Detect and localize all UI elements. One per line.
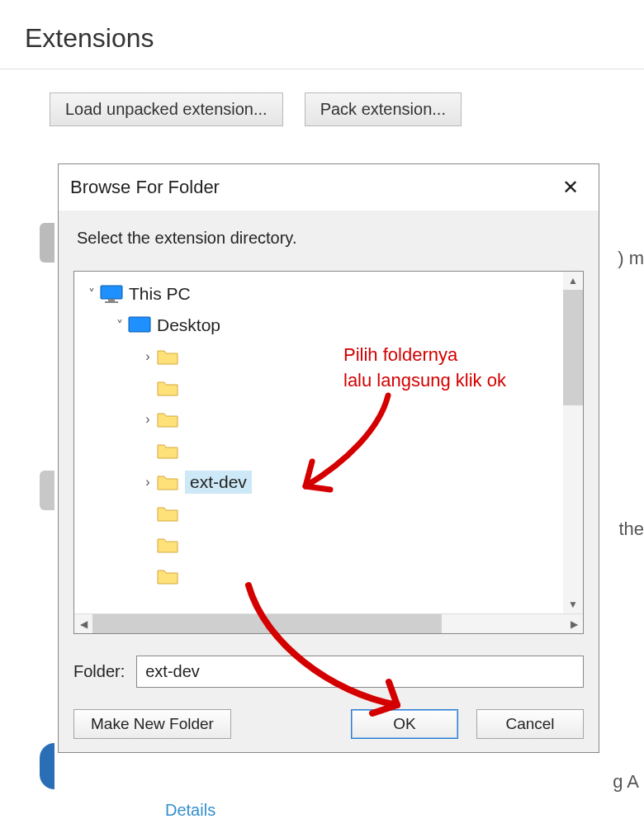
- tree-item-folder[interactable]: ›: [74, 341, 563, 372]
- chevron-down-icon[interactable]: ˅: [84, 286, 99, 302]
- svg-rect-2: [105, 301, 118, 303]
- folder-icon: [155, 346, 180, 367]
- folder-icon: [155, 503, 180, 524]
- page-title: Extensions: [0, 0, 644, 69]
- horizontal-scrollbar[interactable]: ◀ ▶: [74, 613, 583, 633]
- scroll-up-icon[interactable]: ▲: [563, 272, 583, 290]
- card-edge: [40, 471, 54, 510]
- scroll-left-icon[interactable]: ◀: [74, 614, 92, 633]
- tree-label: Desktop: [157, 315, 220, 335]
- tree-item-desktop[interactable]: ˅ Desktop: [74, 310, 563, 341]
- dialog-titlebar: Browse For Folder ✕: [59, 164, 599, 211]
- chevron-right-icon[interactable]: ›: [140, 349, 155, 364]
- folder-icon: [155, 409, 180, 430]
- folder-input[interactable]: [136, 656, 584, 688]
- dialog-title: Browse For Folder: [70, 177, 220, 198]
- tree-item-ext-dev[interactable]: › ext-dev: [74, 466, 563, 498]
- make-new-folder-button[interactable]: Make New Folder: [73, 709, 231, 739]
- tree-item-folder[interactable]: ›: [74, 404, 563, 435]
- chevron-right-icon[interactable]: ›: [140, 475, 155, 490]
- tree-item-this-pc[interactable]: ˅ This PC: [74, 278, 563, 310]
- card-edge: [40, 223, 54, 263]
- folder-icon: [155, 471, 180, 493]
- divider: [0, 69, 644, 69]
- folder-field-label: Folder:: [73, 662, 125, 681]
- scroll-down-icon[interactable]: ▼: [563, 595, 583, 613]
- folder-icon: [155, 566, 180, 587]
- tree-item-folder[interactable]: ›: [74, 435, 563, 466]
- tree-item-folder[interactable]: ›: [74, 529, 563, 561]
- browse-folder-dialog: Browse For Folder ✕ Select the extension…: [58, 163, 599, 753]
- bg-text: ) m: [618, 248, 644, 269]
- card-edge: [40, 743, 54, 789]
- tree-item-folder[interactable]: ›: [74, 372, 563, 404]
- tree-item-folder[interactable]: ›: [74, 498, 563, 529]
- svg-rect-1: [108, 299, 115, 301]
- close-icon[interactable]: ✕: [554, 173, 587, 202]
- tree-label: ext-dev: [185, 471, 252, 494]
- bg-text: the: [618, 518, 644, 540]
- chevron-right-icon[interactable]: ›: [140, 412, 155, 427]
- scrollbar-thumb[interactable]: [92, 614, 442, 633]
- dialog-instruction: Select the extension directory.: [73, 229, 584, 248]
- bg-text: g A: [613, 771, 639, 793]
- vertical-scrollbar[interactable]: ▲ ▼: [563, 272, 583, 613]
- folder-icon: [155, 377, 180, 399]
- ok-button[interactable]: OK: [351, 709, 458, 739]
- desktop-icon: [127, 315, 152, 336]
- cancel-button[interactable]: Cancel: [476, 709, 584, 739]
- load-unpacked-button[interactable]: Load unpacked extension...: [50, 92, 283, 126]
- svg-rect-0: [101, 286, 122, 299]
- svg-rect-3: [129, 317, 150, 332]
- folder-icon: [155, 440, 180, 462]
- folder-icon: [155, 534, 180, 556]
- tree-item-folder[interactable]: ›: [74, 561, 563, 592]
- chevron-down-icon[interactable]: ˅: [112, 318, 127, 334]
- folder-tree: ˅ This PC ˅ Desktop: [73, 271, 584, 634]
- details-link[interactable]: Details: [165, 801, 215, 819]
- toolbar: Load unpacked extension... Pack extensio…: [0, 76, 644, 143]
- scrollbar-thumb[interactable]: [563, 290, 583, 405]
- tree-label: This PC: [129, 284, 191, 304]
- monitor-icon: [99, 283, 124, 305]
- pack-extension-button[interactable]: Pack extension...: [305, 92, 462, 126]
- scroll-right-icon[interactable]: ▶: [565, 614, 583, 633]
